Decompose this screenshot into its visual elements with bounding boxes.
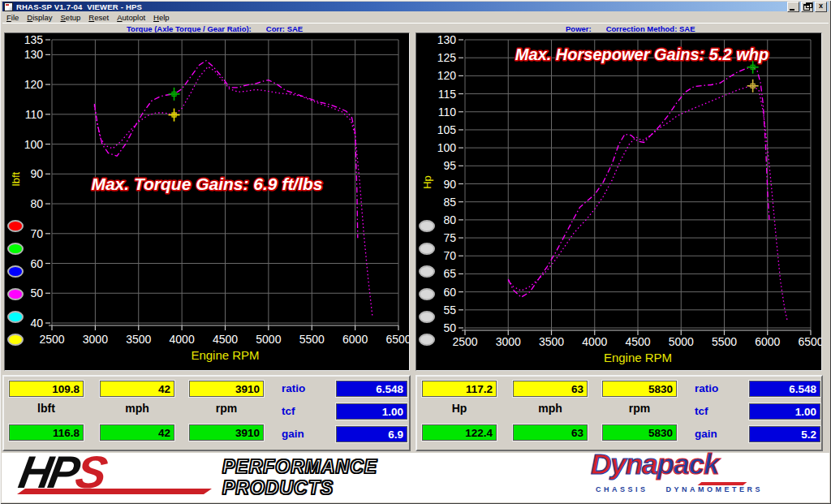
logo-strip: HPS PERFORMANCE PRODUCTS Dynapack CHASSI… [2,453,829,502]
menu-item-display[interactable]: Display [23,13,56,22]
menu-item-autoplot[interactable]: Autoplot [113,13,149,22]
curve-color-button-torque-6[interactable] [7,334,24,346]
svg-text:6500: 6500 [798,335,821,348]
torque-modified-mph-field-value: 42 [100,424,174,441]
minimize-button[interactable] [787,2,799,12]
torque-baseline-rpm-field: 3910 [188,380,265,398]
curve-color-button-power-4[interactable] [419,288,435,300]
svg-text:95: 95 [443,159,456,172]
svg-text:130: 130 [437,33,457,46]
power-unit-label-rpm: rpm [601,402,678,415]
svg-text:70: 70 [443,249,456,262]
curve-color-button-torque-4[interactable] [7,288,24,300]
dynapack-chassis-text: CHASSIS [596,485,648,493]
svg-text:2500: 2500 [39,333,64,346]
power-gain-field-value: 5.2 [749,426,820,442]
torque-chart-plot[interactable]: 1351301201101009080706050402500300035004… [5,33,409,370]
curve-color-button-torque-1[interactable] [7,220,24,232]
power-chart-plot[interactable]: 1301251201151101051009590858075706560555… [416,33,821,370]
svg-text:80: 80 [30,197,43,210]
svg-text:120: 120 [437,69,457,82]
svg-text:105: 105 [437,123,457,136]
svg-text:40: 40 [30,317,43,330]
torque-unit-label-rpm: rpm [188,402,265,415]
power-gain-label: gain [695,428,717,440]
svg-text:5500: 5500 [299,333,325,346]
torque-baseline-mph-field-value: 42 [100,381,174,397]
torque-modified-mph-field: 42 [99,424,175,442]
svg-text:4000: 4000 [170,333,195,346]
menu-item-help[interactable]: Help [149,13,174,22]
svg-text:130: 130 [24,48,44,61]
menu-item-setup[interactable]: Setup [57,13,85,22]
power-modified-rpm-field-value: 5830 [602,424,677,441]
menu-item-reset[interactable]: Reset [84,13,113,22]
power-gains-annotation: Max. Horsepower Gains: 5.2 whp [515,45,769,63]
curve-color-button-power-1[interactable] [419,220,435,232]
app-window: RHAS-SP V1.7-04 VIEWER - HPS x FileDispl… [0,0,831,504]
cursor-marker-baseline[interactable] [169,109,180,122]
hps-products-line: PRODUCTS [222,477,377,498]
curve-color-button-torque-3[interactable] [7,265,24,278]
torque-modified-rpm-field-value: 3910 [189,424,264,441]
torque-ratio-field: 6.548 [335,380,408,398]
torque-baseline-mph-field: 42 [99,380,175,398]
curve-color-button-power-3[interactable] [419,265,435,278]
svg-text:110: 110 [25,108,44,121]
hps-logo: HPS [19,448,103,497]
curve-color-button-power-5[interactable] [419,311,435,323]
cursor-marker-baseline[interactable] [747,80,759,93]
svg-text:55: 55 [443,304,456,317]
svg-text:Engine RPM: Engine RPM [191,348,259,362]
dynapack-dynamometers-text: DYNAMOMETERS [666,485,764,493]
svg-text:3500: 3500 [539,335,564,348]
power-tcf-field: 1.00 [748,403,821,420]
svg-text:4500: 4500 [625,335,650,348]
title-bar[interactable]: RHAS-SP V1.7-04 VIEWER - HPS x [2,2,829,11]
power-baseline-mph-field-value: 63 [513,381,588,397]
svg-text:6000: 6000 [342,333,368,346]
power-modified-mph-field-value: 63 [513,424,588,441]
power-ratio-field: 6.548 [748,380,821,398]
curve-color-button-power-2[interactable] [419,243,435,255]
svg-text:3000: 3000 [83,333,108,346]
curve-color-button-torque-5[interactable] [7,311,24,323]
menu-item-file[interactable]: File [2,13,23,22]
svg-text:6000: 6000 [755,335,780,348]
power-curve-baseline [508,86,787,321]
curve-color-button-torque-2[interactable] [7,243,24,255]
svg-text:6500: 6500 [385,333,409,346]
svg-text:85: 85 [443,196,456,209]
svg-text:5000: 5000 [256,333,281,346]
power-y-axis-label: Hp [421,170,433,195]
torque-baseline-lbft-field: 109.8 [8,380,84,398]
svg-text:5000: 5000 [669,335,694,348]
torque-chart-panel: lbft 13513012011010090807060504025003000… [4,32,410,371]
hps-performance-products-text: PERFORMANCE PRODUCTS [222,456,377,498]
cursor-marker-modified[interactable] [169,88,180,101]
restore-button[interactable] [801,2,813,12]
torque-modified-lbft-field: 116.8 [8,424,84,442]
minimize-icon [790,9,794,11]
torque-ratio-label: ratio [282,382,305,394]
hps-logo-swoosh [17,489,212,494]
power-modified-rpm-field: 5830 [601,424,678,442]
svg-text:4000: 4000 [582,335,607,348]
svg-text:65: 65 [443,267,456,280]
svg-text:90: 90 [443,178,456,191]
torque-unit-label-lbft: lbft [8,402,84,415]
torque-gain-field-value: 6.9 [336,426,407,442]
svg-text:115: 115 [438,88,457,101]
power-ratio-field-value: 6.548 [749,381,820,397]
axis-tick-labels: 1351301201101009080706050402500300035004… [24,33,409,362]
close-button[interactable]: x [815,2,827,12]
curve-color-button-power-6[interactable] [419,334,435,346]
power-baseline-rpm-field: 5830 [601,380,678,398]
menu-bar: FileDisplaySetupResetAutoplotHelp [2,12,829,23]
svg-text:60: 60 [443,286,456,299]
close-icon: x [816,2,826,11]
power-tcf-field-value: 1.00 [749,403,820,420]
grid-lines [465,40,811,330]
torque-y-axis-label: lbft [10,167,22,192]
svg-text:60: 60 [30,257,43,270]
